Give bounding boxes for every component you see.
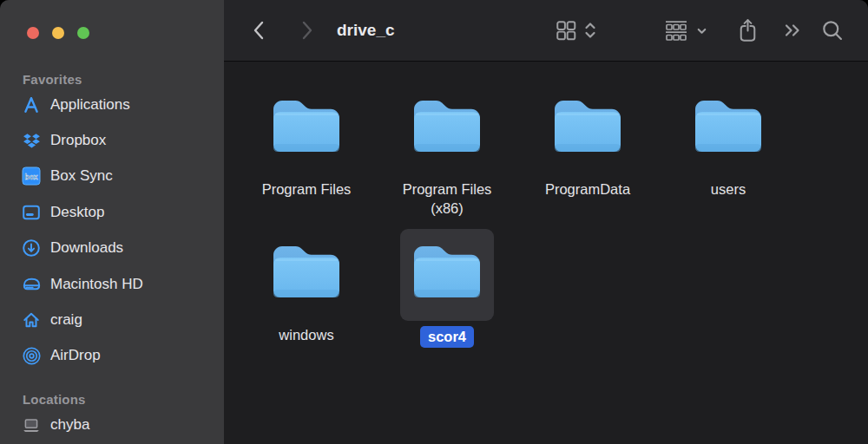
- dropbox-icon: [21, 130, 42, 151]
- laptop-icon: [21, 415, 42, 435]
- folder-view: Program Files Program Files (x86) Progra…: [224, 62, 868, 444]
- share-button[interactable]: [736, 17, 760, 43]
- minimize-button[interactable]: [52, 27, 64, 39]
- downloads-icon: [21, 238, 42, 258]
- applications-icon: [21, 95, 42, 115]
- box-sync-icon: box: [21, 166, 42, 186]
- sidebar-item-label: Dropbox: [50, 132, 106, 149]
- folder-name: Program Files: [262, 180, 352, 199]
- folder-icon: [692, 95, 765, 155]
- folder-programdata[interactable]: ProgramData: [517, 83, 658, 229]
- airdrop-icon: [21, 345, 42, 366]
- folder-icon: [411, 95, 483, 155]
- back-button[interactable]: [250, 19, 269, 42]
- folder-program-files-x86[interactable]: Program Files (x86): [377, 83, 517, 229]
- sidebar-section-favorites: Favorites: [0, 72, 224, 87]
- sidebar-item-applications[interactable]: Applications: [0, 87, 224, 122]
- toolbar: drive_c: [224, 0, 868, 62]
- sidebar-item-dropbox[interactable]: Dropbox: [0, 122, 224, 158]
- folder-scor4-selected[interactable]: scor4: [377, 229, 517, 375]
- forward-button[interactable]: [297, 19, 316, 42]
- desktop-icon: [21, 202, 42, 223]
- folder-icon: [551, 95, 624, 155]
- chevron-down-icon: [695, 24, 708, 37]
- zoom-button[interactable]: [77, 27, 89, 39]
- file-grid: Program Files Program Files (x86) Progra…: [236, 83, 799, 375]
- folder-program-files[interactable]: Program Files: [236, 83, 377, 229]
- sidebar-item-airdrop[interactable]: AirDrop: [0, 338, 224, 374]
- folder-name: windows: [279, 325, 333, 344]
- folder-name: Program Files (x86): [394, 180, 500, 218]
- sidebar-item-desktop[interactable]: Desktop: [0, 194, 224, 230]
- sidebar: Favorites Applications Dropbox: [0, 0, 224, 444]
- sidebar-item-downloads[interactable]: Downloads: [0, 231, 224, 266]
- close-button[interactable]: [27, 27, 39, 39]
- folder-users[interactable]: users: [658, 83, 799, 229]
- sidebar-item-label: Box Sync: [50, 167, 113, 185]
- sidebar-item-label: craig: [50, 311, 82, 329]
- sidebar-item-label: Macintosh HD: [50, 276, 143, 293]
- sidebar-item-label: chyba: [50, 416, 89, 434]
- sidebar-item-macintosh-hd[interactable]: Macintosh HD: [0, 266, 224, 302]
- folder-icon: [270, 95, 343, 155]
- home-icon: [21, 310, 42, 330]
- more-toolbar-items-button[interactable]: [783, 20, 804, 41]
- sidebar-item-label: AirDrop: [50, 347, 101, 364]
- folder-windows[interactable]: windows: [236, 229, 377, 375]
- folder-name-selected[interactable]: scor4: [420, 326, 474, 348]
- sidebar-item-label: Applications: [50, 96, 130, 114]
- group-by-button[interactable]: [663, 19, 708, 42]
- folder-icon: [270, 240, 343, 301]
- sidebar-item-label: Downloads: [50, 239, 123, 257]
- folder-icon: [411, 240, 483, 301]
- window-title: drive_c: [337, 21, 395, 40]
- grid-view-button[interactable]: [555, 19, 577, 42]
- view-sort-chevrons-icon[interactable]: [582, 19, 598, 42]
- window-controls: [27, 27, 89, 39]
- folder-name: users: [711, 180, 746, 199]
- box-icon-text: box: [24, 173, 37, 181]
- search-button[interactable]: [820, 18, 845, 42]
- sidebar-item-craig[interactable]: craig: [0, 302, 224, 337]
- finder-window: Favorites Applications Dropbox: [0, 0, 868, 444]
- sidebar-item-chyba[interactable]: chyba: [0, 407, 224, 442]
- sidebar-item-box-sync[interactable]: box Box Sync: [0, 159, 224, 194]
- folder-name: ProgramData: [545, 180, 630, 199]
- hard-drive-icon: [21, 274, 42, 295]
- sidebar-section-locations: Locations: [0, 392, 224, 407]
- sidebar-item-label: Desktop: [50, 204, 104, 221]
